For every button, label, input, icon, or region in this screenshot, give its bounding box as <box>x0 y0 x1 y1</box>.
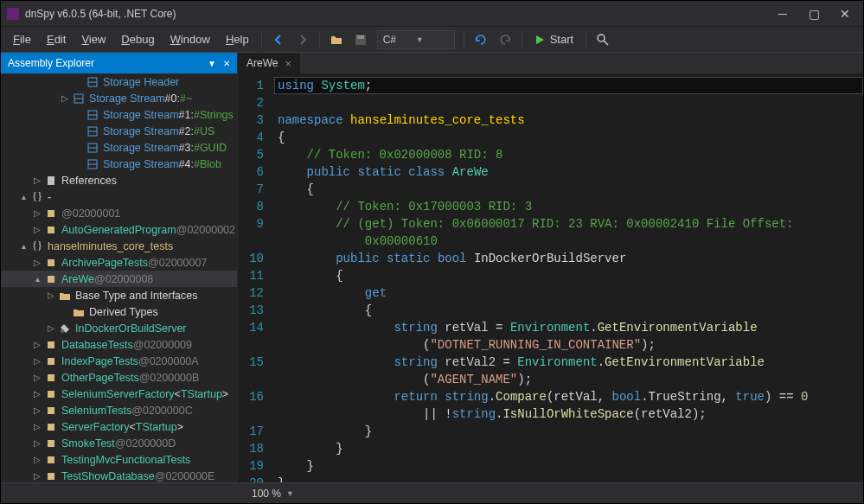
code-line[interactable]: namespace hanselminutes_core_tests <box>274 112 863 129</box>
expander-icon[interactable]: ▷ <box>32 405 42 415</box>
expander-icon[interactable]: ▷ <box>32 373 42 382</box>
tree-node[interactable]: Storage Stream #3: #GUID <box>1 139 237 156</box>
close-button[interactable]: ✕ <box>837 7 853 21</box>
tree-node[interactable]: ▷ @02000001 <box>1 205 237 221</box>
menu-window[interactable]: Window <box>163 29 217 49</box>
code-line[interactable]: 0x00000610 <box>274 233 863 250</box>
code-line[interactable]: // Token: 0x02000008 RID: 8 <box>274 146 863 163</box>
tree-node[interactable]: ▷TestShowDatabase @0200000E <box>1 468 237 482</box>
assembly-tree[interactable]: Storage Header▷Storage Stream #0: #~Stor… <box>1 73 237 482</box>
language-combo[interactable]: C# ▼ <box>377 30 455 49</box>
expander-icon[interactable]: ▷ <box>32 258 42 267</box>
minimize-button[interactable]: ─ <box>775 7 790 21</box>
expander-icon[interactable]: ▷ <box>32 389 42 399</box>
code-line[interactable] <box>274 94 863 112</box>
tree-node[interactable]: Storage Stream #2: #US <box>1 123 237 139</box>
tree-node[interactable]: Derived Types <box>1 303 237 320</box>
tree-node[interactable]: ▷InDockerOrBuildServer <box>1 320 237 336</box>
tree-node[interactable]: ▴{}hanselminutes_core_tests <box>1 238 237 254</box>
tree-node[interactable]: ▷AutoGeneratedProgram @02000002 <box>1 221 237 238</box>
expander-icon[interactable]: ▷ <box>32 422 42 431</box>
tree-node[interactable]: ▷ServerFactory<TStartup> <box>1 418 237 435</box>
tree-node[interactable]: ▷SeleniumServerFactory<TStartup> <box>1 386 237 402</box>
code-line[interactable]: } <box>274 457 863 475</box>
start-button[interactable]: Start <box>528 30 580 49</box>
panel-header: Assembly Explorer ▼ ✕ <box>1 53 237 73</box>
tree-node[interactable]: ▷OtherPageTests @0200000B <box>1 369 237 386</box>
code-line[interactable]: } <box>274 440 863 457</box>
tree-node[interactable]: ▴{}- <box>1 188 237 205</box>
code-line[interactable]: string retVal = Environment.GetEnvironme… <box>274 319 863 336</box>
expander-icon[interactable]: ▷ <box>32 175 42 185</box>
play-icon <box>534 35 545 45</box>
code-line[interactable]: // Token: 0x17000003 RID: 3 <box>274 198 863 215</box>
tree-node[interactable]: ▷ArchivePageTests @02000007 <box>1 254 237 271</box>
maximize-button[interactable]: ▢ <box>806 7 822 21</box>
code-line[interactable]: public static class AreWe <box>274 163 863 181</box>
code-line[interactable]: } <box>274 423 863 440</box>
tree-node[interactable]: ▷References <box>1 172 237 188</box>
code-line[interactable]: { <box>274 181 863 198</box>
code-content[interactable]: using System;namespace hanselminutes_cor… <box>274 73 863 482</box>
code-line[interactable]: public static bool InDockerOrBuildServer <box>274 250 863 267</box>
tree-node[interactable]: ▷TestingMvcFunctionalTests <box>1 451 237 468</box>
undo-button[interactable] <box>470 29 492 51</box>
redo-button[interactable] <box>494 29 516 51</box>
code-line[interactable]: { <box>274 267 863 284</box>
save-button[interactable] <box>349 29 372 51</box>
code-line[interactable]: || !string.IsNullOrWhiteSpace(retVal2); <box>274 405 863 423</box>
back-button[interactable] <box>267 29 290 51</box>
tree-node[interactable]: ▷IndexPageTests @0200000A <box>1 353 237 369</box>
tree-node[interactable]: ▷Base Type and Interfaces <box>1 287 237 303</box>
tree-node[interactable]: Storage Stream #1: #Strings <box>1 106 237 123</box>
expander-icon[interactable]: ▷ <box>32 208 42 218</box>
menu-help[interactable]: Help <box>219 29 256 49</box>
prop-icon <box>58 322 72 335</box>
expander-icon[interactable]: ▷ <box>32 471 42 481</box>
code-line[interactable]: get <box>274 284 863 302</box>
tree-node[interactable]: ▷Storage Stream #0: #~ <box>1 90 237 106</box>
svg-rect-19 <box>48 226 54 233</box>
tree-node[interactable]: Storage Stream #4: #Blob <box>1 156 237 172</box>
tree-node[interactable]: ▷DatabaseTests @02000009 <box>1 336 237 353</box>
tab-arewe[interactable]: AreWe × <box>238 53 300 73</box>
menu-edit[interactable]: Edit <box>40 29 73 49</box>
tree-node[interactable]: ▷SeleniumTests @0200000C <box>1 402 237 418</box>
code-line[interactable]: string retVal2 = Environment.GetEnvironm… <box>274 354 863 371</box>
code-line[interactable]: using System; <box>274 77 863 94</box>
menu-debug[interactable]: Debug <box>114 29 161 49</box>
expander-icon[interactable]: ▷ <box>32 455 42 464</box>
expander-icon[interactable]: ▴ <box>32 274 42 284</box>
expander-icon[interactable]: ▷ <box>46 323 56 333</box>
panel-close-icon[interactable]: ✕ <box>223 59 230 68</box>
forward-button[interactable] <box>291 29 314 51</box>
open-button[interactable] <box>325 29 348 51</box>
tab-close-icon[interactable]: × <box>285 57 291 70</box>
expander-icon[interactable]: ▷ <box>32 438 42 448</box>
expander-icon[interactable]: ▷ <box>32 356 42 366</box>
expander-icon[interactable]: ▴ <box>18 241 29 251</box>
code-line[interactable]: ("DOTNET_RUNNING_IN_CONTAINER"); <box>274 336 863 354</box>
search-button[interactable] <box>592 29 614 51</box>
expander-icon[interactable]: ▷ <box>46 290 56 300</box>
code-line[interactable]: return string.Compare(retVal, bool.TrueS… <box>274 388 863 405</box>
expander-icon[interactable]: ▷ <box>32 340 42 349</box>
code-line[interactable]: { <box>274 129 863 146</box>
expander-icon[interactable]: ▷ <box>60 93 70 103</box>
menu-file[interactable]: File <box>6 29 38 49</box>
tree-node[interactable]: ▷SmokeTest @0200000D <box>1 435 237 451</box>
menu-view[interactable]: View <box>74 29 112 49</box>
folder-icon <box>58 289 72 303</box>
code-line[interactable]: ("AGENT_NAME"); <box>274 371 863 388</box>
zoom-combo[interactable]: 100 % ▼ <box>252 488 294 500</box>
expander-icon[interactable]: ▷ <box>32 225 42 234</box>
panel-dropdown-icon[interactable]: ▼ <box>208 59 216 68</box>
code-editor[interactable]: 123456789101112131415161718192021 using … <box>238 73 863 482</box>
language-label: C# <box>383 34 416 46</box>
code-line[interactable]: { <box>274 302 863 319</box>
code-line[interactable]: // (get) Token: 0x06000017 RID: 23 RVA: … <box>274 215 863 233</box>
tree-node[interactable]: ▴AreWe @02000008 <box>1 271 237 287</box>
expander-icon[interactable]: ▴ <box>18 192 29 201</box>
code-line[interactable]: } <box>274 475 863 482</box>
tree-node[interactable]: Storage Header <box>1 73 237 90</box>
